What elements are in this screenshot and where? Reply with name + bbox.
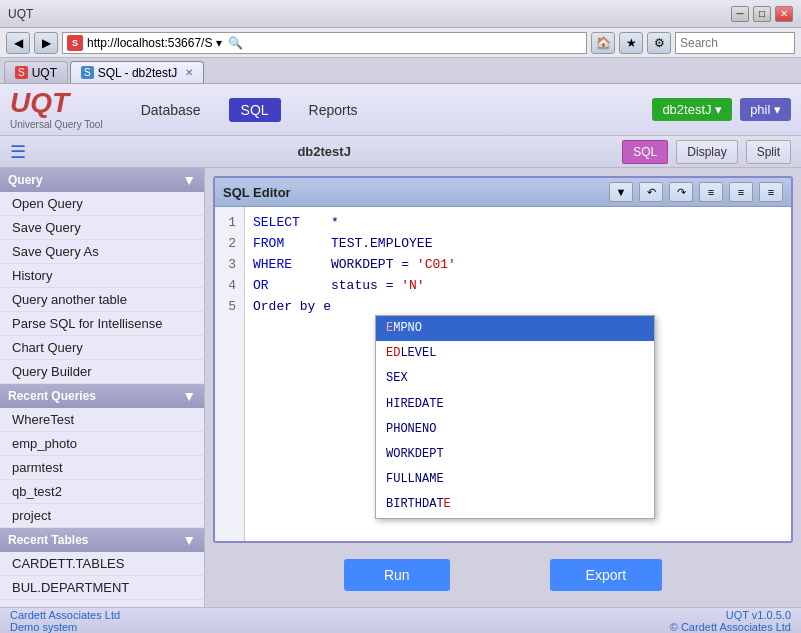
sql-editor: SQL Editor ▼ ↶ ↷ ≡ ≡ ≡ 1 2 3 4 5 SELECT … xyxy=(213,176,793,543)
sidebar-item-chart-query[interactable]: Chart Query xyxy=(0,336,204,360)
nav-reports[interactable]: Reports xyxy=(301,98,366,122)
sidebar-item-query-builder[interactable]: Query Builder xyxy=(0,360,204,384)
sidebar-item-cardett-tables[interactable]: CARDETT.TABLES xyxy=(0,552,204,576)
tab-uqt-label: UQT xyxy=(32,66,57,80)
sidebar-item-history[interactable]: History xyxy=(0,264,204,288)
split-view-button[interactable]: Split xyxy=(746,140,791,164)
home-button[interactable]: 🏠 xyxy=(591,32,615,54)
run-button[interactable]: Run xyxy=(344,559,450,591)
editor-undo-btn[interactable]: ↶ xyxy=(639,182,663,202)
autocomplete-dropdown: EMPNO EDLEVEL SEX HIREDATE PHONENO WORKD… xyxy=(375,315,655,519)
code-line-1: SELECT * xyxy=(253,213,783,234)
code-area[interactable]: SELECT * FROM TEST.EMPLOYEE WHERE WORKDE… xyxy=(245,207,791,541)
footer-right: UQT v1.0.5.0 © Cardett Associates Ltd xyxy=(670,609,791,633)
ac-item-workdept[interactable]: WORKDEPT xyxy=(376,442,654,467)
export-button[interactable]: Export xyxy=(550,559,662,591)
line-num-4: 4 xyxy=(219,276,240,297)
forward-button[interactable]: ▶ xyxy=(34,32,58,54)
line-num-2: 2 xyxy=(219,234,240,255)
sidebar-item-query-another-table[interactable]: Query another table xyxy=(0,288,204,312)
content-area: SQL Editor ▼ ↶ ↷ ≡ ≡ ≡ 1 2 3 4 5 SELECT … xyxy=(205,168,801,607)
editor-dropdown-btn[interactable]: ▼ xyxy=(609,182,633,202)
recent-queries-section-label: Recent Queries xyxy=(8,389,96,403)
maximize-button[interactable]: □ xyxy=(753,6,771,22)
tab-sql[interactable]: S SQL - db2testJ ✕ xyxy=(70,61,204,83)
tab-uqt-icon: S xyxy=(15,66,28,79)
footer-copyright: © Cardett Associates Ltd xyxy=(670,621,791,633)
ac-item-fullname[interactable]: FULLNAME xyxy=(376,467,654,492)
ac-item-phoneno[interactable]: PHONENO xyxy=(376,417,654,442)
sidebar-item-wheretest[interactable]: WhereTest xyxy=(0,408,204,432)
sidebar: Query ▼ Open Query Save Query Save Query… xyxy=(0,168,205,607)
logo-subtitle: Universal Query Tool xyxy=(10,119,103,130)
address-bar[interactable]: S http://localhost:53667/S ▾ 🔍 xyxy=(62,32,587,54)
query-section-label: Query xyxy=(8,173,43,187)
display-view-button[interactable]: Display xyxy=(676,140,737,164)
editor-body[interactable]: 1 2 3 4 5 SELECT * FROM TEST.EMPLOYEE WH… xyxy=(215,207,791,541)
sidebar-item-bul-department[interactable]: BUL.DEPARTMENT xyxy=(0,576,204,600)
code-line-2: FROM TEST.EMPLOYEE xyxy=(253,234,783,255)
query-section-toggle[interactable]: ▼ xyxy=(182,172,196,188)
code-line-4: OR status = 'N' xyxy=(253,276,783,297)
browser-bar: ◀ ▶ S http://localhost:53667/S ▾ 🔍 🏠 ★ ⚙ xyxy=(0,28,801,58)
footer-version: UQT v1.0.5.0 xyxy=(670,609,791,621)
sidebar-item-save-query[interactable]: Save Query xyxy=(0,216,204,240)
nav-sql[interactable]: SQL xyxy=(229,98,281,122)
tab-uqt[interactable]: S UQT xyxy=(4,61,68,83)
address-text: http://localhost:53667/S xyxy=(87,36,212,50)
tab-sql-label: SQL - db2testJ xyxy=(98,66,178,80)
editor-align2-btn[interactable]: ≡ xyxy=(729,182,753,202)
tab-bar: S UQT S SQL - db2testJ ✕ xyxy=(0,58,801,84)
sidebar-item-qb-test2[interactable]: qb_test2 xyxy=(0,480,204,504)
toolbar: ☰ db2testJ SQL Display Split xyxy=(0,136,801,168)
hamburger-icon[interactable]: ☰ xyxy=(10,141,26,163)
footer-left: Cardett Associates Ltd Demo system xyxy=(10,609,120,633)
recent-tables-section-toggle[interactable]: ▼ xyxy=(182,532,196,548)
editor-redo-btn[interactable]: ↷ xyxy=(669,182,693,202)
code-line-3: WHERE WORKDEPT = 'C01' xyxy=(253,255,783,276)
db-label: db2testJ xyxy=(34,144,614,159)
sidebar-item-open-query[interactable]: Open Query xyxy=(0,192,204,216)
recent-queries-section-toggle[interactable]: ▼ xyxy=(182,388,196,404)
favorites-button[interactable]: ★ xyxy=(619,32,643,54)
sidebar-item-project[interactable]: project xyxy=(0,504,204,528)
ac-item-hiredate[interactable]: HIREDATE xyxy=(376,392,654,417)
sidebar-item-emp-photo[interactable]: emp_photo xyxy=(0,432,204,456)
sql-view-button[interactable]: SQL xyxy=(622,140,668,164)
search-input[interactable] xyxy=(675,32,795,54)
bottom-buttons: Run Export xyxy=(213,551,793,599)
sidebar-item-parse-sql[interactable]: Parse SQL for Intellisense xyxy=(0,312,204,336)
editor-header: SQL Editor ▼ ↶ ↷ ≡ ≡ ≡ xyxy=(215,178,791,207)
line-num-5: 5 xyxy=(219,297,240,318)
editor-align3-btn[interactable]: ≡ xyxy=(759,182,783,202)
user-selector-button[interactable]: phil ▾ xyxy=(740,98,791,121)
db-selector-button[interactable]: db2testJ ▾ xyxy=(652,98,732,121)
query-section-header: Query ▼ xyxy=(0,168,204,192)
editor-title: SQL Editor xyxy=(223,185,603,200)
settings-button[interactable]: ⚙ xyxy=(647,32,671,54)
ac-item-edlevel[interactable]: EDLEVEL xyxy=(376,341,654,366)
nav-menu: Database SQL Reports xyxy=(133,98,653,122)
footer-system: Demo system xyxy=(10,621,120,633)
tab-sql-icon: S xyxy=(81,66,94,79)
editor-align1-btn[interactable]: ≡ xyxy=(699,182,723,202)
back-button[interactable]: ◀ xyxy=(6,32,30,54)
recent-tables-section-label: Recent Tables xyxy=(8,533,88,547)
line-numbers: 1 2 3 4 5 xyxy=(215,207,245,541)
tab-sql-close[interactable]: ✕ xyxy=(185,67,193,78)
line-num-3: 3 xyxy=(219,255,240,276)
main-layout: Query ▼ Open Query Save Query Save Query… xyxy=(0,168,801,607)
close-button[interactable]: ✕ xyxy=(775,6,793,22)
recent-tables-section-header: Recent Tables ▼ xyxy=(0,528,204,552)
nav-database[interactable]: Database xyxy=(133,98,209,122)
minimize-button[interactable]: ─ xyxy=(731,6,749,22)
address-icon: S xyxy=(67,35,83,51)
ac-item-empno[interactable]: EMPNO xyxy=(376,316,654,341)
ac-item-sex[interactable]: SEX xyxy=(376,366,654,391)
sidebar-item-parmtest[interactable]: parmtest xyxy=(0,456,204,480)
line-num-1: 1 xyxy=(219,213,240,234)
app-footer: Cardett Associates Ltd Demo system UQT v… xyxy=(0,607,801,633)
sidebar-item-save-query-as[interactable]: Save Query As xyxy=(0,240,204,264)
logo: UQT xyxy=(10,89,99,117)
ac-item-birthdate[interactable]: BIRTHDATE xyxy=(376,492,654,517)
